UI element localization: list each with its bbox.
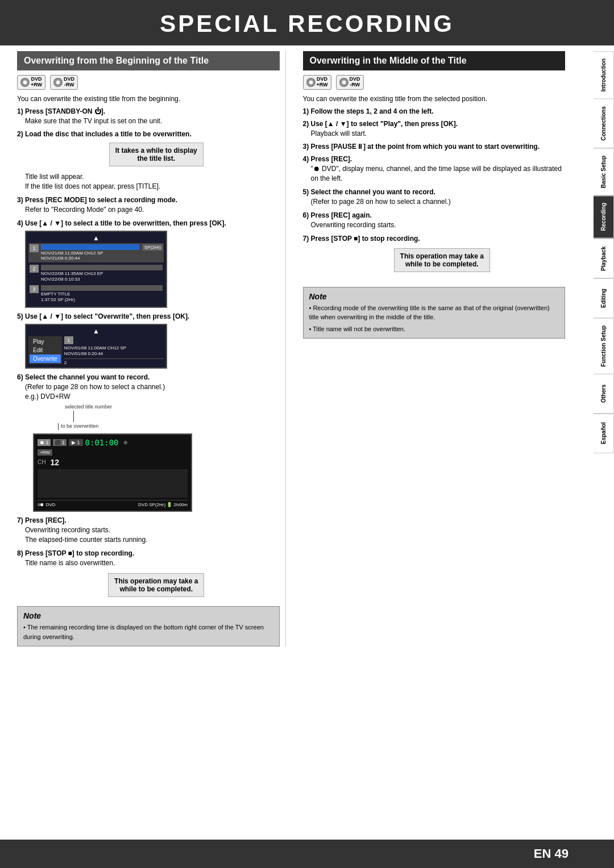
left-step-1-body: Make sure that the TV input is set on th… [25, 116, 280, 126]
arrow-up-icon: ▲ [28, 234, 164, 242]
page-number: EN 49 [534, 846, 569, 861]
left-step-8-title: 8) Press [STOP ■] to stop recording. [17, 549, 280, 557]
rec-display-container: selected title number to be overwritten … [25, 404, 280, 512]
main-content: Overwriting from the Beginning of the Ti… [0, 45, 594, 658]
disc-icon [20, 78, 30, 87]
left-step-6: 6) Select the channel you want to record… [17, 373, 280, 512]
left-step-4: 4) Use [▲ / ▼] to select a title to be o… [17, 219, 280, 308]
left-step-3-body: Refer to "Recording Mode" on page 40. [25, 205, 280, 215]
left-dvd-icons: DVD+RW DVD-RW [17, 75, 280, 90]
two-column-layout: Overwriting from the Beginning of the Ti… [17, 51, 565, 646]
left-step-2b-body: Title list will appear.If the title list… [25, 172, 280, 191]
rec-display-mockup: ⏺ 1 ⬛ 1 ▶ 1 0:01:00 ⊕ +RW CH [33, 433, 192, 512]
left-step-4-title: 4) Use [▲ / ▼] to select a title to be o… [17, 219, 280, 227]
sidebar-tab-function-setup[interactable]: Function Setup [594, 318, 614, 374]
right-step-5-body: (Refer to page 28 on how to select a cha… [311, 197, 566, 207]
title-list-mockup: ▲ 1 NOV/21/08 11:00AM CH12 SP NOV/21/08 … [25, 231, 167, 308]
right-note-box: Note • Recording mode of the overwriting… [303, 287, 566, 339]
page-header: SPECIAL RECORDING [0, 0, 614, 45]
right-step-2-body: Playback will start. [311, 129, 566, 139]
left-column: Overwriting from the Beginning of the Ti… [17, 51, 286, 646]
page-container: SPECIAL RECORDING Introduction Connectio… [0, 0, 614, 868]
right-step-4-title: 4) Press [REC]. [303, 155, 566, 163]
sidebar-tab-editing[interactable]: Editing [594, 278, 614, 318]
left-step-7-title: 7) Press [REC]. [17, 516, 280, 524]
left-note-box: Note • The remaining recording time is d… [17, 606, 280, 646]
left-note-title: Note [23, 611, 273, 620]
right-column: Overwriting in the Middle of the Title D… [297, 51, 566, 646]
right-section-header: Overwriting in the Middle of the Title [303, 51, 566, 70]
page-footer: EN 49 [0, 840, 614, 868]
right-step-4-body: "⏺ DVD", display menu, channel, and the … [311, 164, 566, 183]
left-step-1: 1) Press [STANDBY-ON ⏻]. Make sure that … [17, 107, 280, 126]
right-disc-icon-1 [306, 78, 316, 87]
rec-display-bottom-left: II⏺ DVD [38, 502, 56, 507]
title-row-2: 2 NOV/22/08 11:35AM CH13 EP NOV/22/08 0:… [28, 264, 164, 283]
right-step-6: 6) Press [REC] again. Overwriting record… [303, 211, 566, 230]
right-note-title: Note [309, 292, 559, 301]
page-title: SPECIAL RECORDING [0, 10, 614, 37]
left-step-2: 2) Load the disc that includes a title t… [17, 130, 280, 191]
right-step-1: 1) Follow the steps 1, 2 and 4 on the le… [303, 107, 566, 115]
sidebar-tab-basic-setup[interactable]: Basic Setup [594, 148, 614, 195]
right-step-7: 7) Press [STOP ■] to stop recording. Thi… [303, 235, 566, 276]
menu-arrow-up: ▲ [28, 327, 164, 335]
sidebar-tab-espanol[interactable]: Español [594, 414, 614, 453]
right-step-1-title: 1) Follow the steps 1, 2 and 4 on the le… [303, 107, 566, 115]
dvd-minus-rw-icon: DVD-RW [50, 75, 78, 90]
menu-overwrite: Overwrite [30, 354, 61, 363]
left-step-8: 8) Press [STOP ■] to stop recording. Tit… [17, 549, 280, 601]
right-dvd-minus-rw-icon: DVD-RW [336, 75, 364, 90]
left-intro-text: You can overwrite the existing title fro… [17, 94, 280, 104]
annotation-line-1 [73, 411, 74, 422]
left-step-2-title: 2) Load the disc that includes a title t… [17, 130, 280, 138]
right-step-2: 2) Use [▲ / ▼] to select "Play", then pr… [303, 120, 566, 139]
rec-display-bottom-right: DVD SP(2Hr) 🔋 2h00m [138, 502, 188, 507]
right-step-2-title: 2) Use [▲ / ▼] to select "Play", then pr… [303, 120, 566, 128]
right-step-4: 4) Press [REC]. "⏺ DVD", display menu, c… [303, 155, 566, 183]
sidebar-tab-introduction[interactable]: Introduction [594, 51, 614, 99]
menu-edit: Edit [30, 346, 61, 354]
dvd-plus-rw-icon: DVD+RW [17, 75, 45, 90]
right-step-5-title: 5) Select the channel you want to record… [303, 188, 566, 196]
right-disc-icon-2 [339, 78, 349, 87]
left-step-8-body: Title name is also overwritten. [25, 558, 280, 568]
left-step-3: 3) Press [REC MODE] to select a recordin… [17, 196, 280, 215]
left-note-text: • The remaining recording time is displa… [23, 623, 273, 641]
left-step-6-title: 6) Select the channel you want to record… [17, 373, 280, 381]
left-step-5: 5) Use [▲ / ▼] to select "Overwrite", th… [17, 312, 280, 369]
right-step-3-title: 3) Press [PAUSE⏸] at the point from whic… [303, 143, 566, 151]
operation-info-box-left: This operation may take awhile to be com… [108, 573, 204, 597]
left-step-6-eg: e.g.) DVD+RW [25, 392, 280, 402]
left-step-1-title: 1) Press [STANDBY-ON ⏻]. [17, 107, 280, 115]
title-row-1: 1 NOV/21/08 11:00AM CH12 SP NOV/21/08 0:… [28, 243, 164, 262]
sidebar-tab-others[interactable]: Others [594, 374, 614, 414]
right-dvd-plus-rw-icon: DVD+RW [303, 75, 331, 90]
left-section-header: Overwriting from the Beginning of the Ti… [17, 51, 280, 70]
sidebar-tab-connections[interactable]: Connections [594, 99, 614, 148]
annotation-text: selected title number [65, 404, 112, 410]
right-intro-text: You can overwrite the existing title fro… [303, 94, 566, 104]
right-note-item-1: • Recording mode of the overwriting titl… [309, 303, 559, 322]
right-dvd-icons: DVD+RW DVD-RW [303, 75, 566, 90]
left-step-6-body: (Refer to page 28 on how to select a cha… [25, 382, 280, 392]
right-step-6-body: Overwriting recording starts. [311, 220, 566, 230]
title-list-info-box: It takes a while to displaythe title lis… [109, 143, 204, 166]
sidebar-tabs: Introduction Connections Basic Setup Rec… [594, 51, 614, 453]
disc-icon-2 [53, 78, 63, 87]
menu-play: Play [30, 337, 61, 346]
sidebar-tab-recording[interactable]: Recording [594, 195, 614, 238]
overwrite-menu-mockup: ▲ Play Edit Overwrite 1 NOV/01/08 11:00A… [25, 324, 167, 369]
right-step-7-title: 7) Press [STOP ■] to stop recording. [303, 235, 566, 243]
right-note-item-2: • Title name will not be overwritten. [309, 324, 559, 334]
right-step-3: 3) Press [PAUSE⏸] at the point from whic… [303, 143, 566, 151]
right-step-5: 5) Select the channel you want to record… [303, 188, 566, 207]
sidebar-tab-playback[interactable]: Playback [594, 239, 614, 278]
title-row-3: 3 EMPTY TITLE 1:37:52 SP (2Hr) [28, 284, 164, 303]
right-step-6-title: 6) Press [REC] again. [303, 211, 566, 219]
left-step-7: 7) Press [REC]. Overwriting recording st… [17, 516, 280, 545]
operation-info-box-right: This operation may take awhile to be com… [394, 248, 490, 272]
left-step-5-title: 5) Use [▲ / ▼] to select "Overwrite", th… [17, 312, 280, 320]
left-step-7-body: Overwriting recording starts.The elapsed… [25, 525, 280, 545]
rec-counter: 0:01:00 [85, 438, 119, 447]
